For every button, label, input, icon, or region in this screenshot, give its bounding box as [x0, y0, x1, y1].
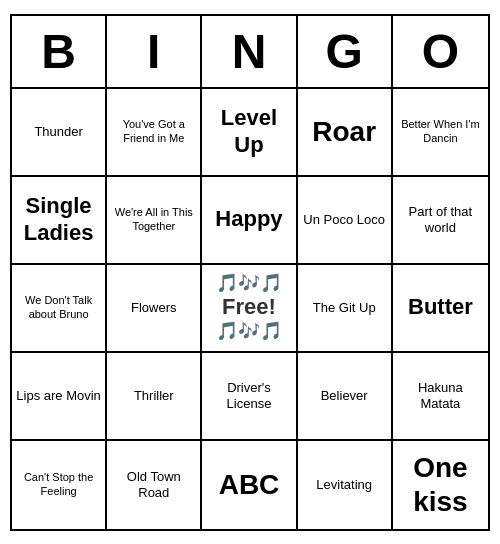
bingo-cell-23: Levitating	[298, 441, 393, 529]
bingo-cell-21: Old Town Road	[107, 441, 202, 529]
bingo-letter-b: B	[12, 16, 107, 87]
bingo-cell-20: Can't Stop the Feeling	[12, 441, 107, 529]
bingo-cell-17: Driver's License	[202, 353, 297, 441]
bingo-cell-18: Believer	[298, 353, 393, 441]
bingo-cell-12: 🎵🎶🎵 Free! 🎵🎶🎵	[202, 265, 297, 353]
bingo-cell-3: Roar	[298, 89, 393, 177]
bingo-cell-13: The Git Up	[298, 265, 393, 353]
bingo-cell-9: Part of that world	[393, 177, 488, 265]
free-space: 🎵🎶🎵 Free! 🎵🎶🎵	[216, 273, 282, 343]
bingo-cell-14: Butter	[393, 265, 488, 353]
bingo-cell-2: Level Up	[202, 89, 297, 177]
bingo-letter-o: O	[393, 16, 488, 87]
bingo-cell-16: Thriller	[107, 353, 202, 441]
bingo-cell-15: Lips are Movin	[12, 353, 107, 441]
bingo-letter-n: N	[202, 16, 297, 87]
bingo-cell-7: Happy	[202, 177, 297, 265]
bingo-cell-4: Better When I'm Dancin	[393, 89, 488, 177]
bingo-letter-i: I	[107, 16, 202, 87]
bingo-cell-11: Flowers	[107, 265, 202, 353]
bingo-header: BINGO	[12, 16, 488, 89]
bingo-cell-6: We're All in This Together	[107, 177, 202, 265]
bingo-cell-10: We Don't Talk about Bruno	[12, 265, 107, 353]
bingo-grid: ThunderYou've Got a Friend in MeLevel Up…	[12, 89, 488, 529]
bingo-cell-1: You've Got a Friend in Me	[107, 89, 202, 177]
bingo-cell-24: One kiss	[393, 441, 488, 529]
bingo-cell-0: Thunder	[12, 89, 107, 177]
bingo-cell-19: Hakuna Matata	[393, 353, 488, 441]
bingo-letter-g: G	[298, 16, 393, 87]
bingo-cell-8: Un Poco Loco	[298, 177, 393, 265]
bingo-cell-22: ABC	[202, 441, 297, 529]
bingo-card: BINGO ThunderYou've Got a Friend in MeLe…	[10, 14, 490, 531]
bingo-cell-5: Single Ladies	[12, 177, 107, 265]
